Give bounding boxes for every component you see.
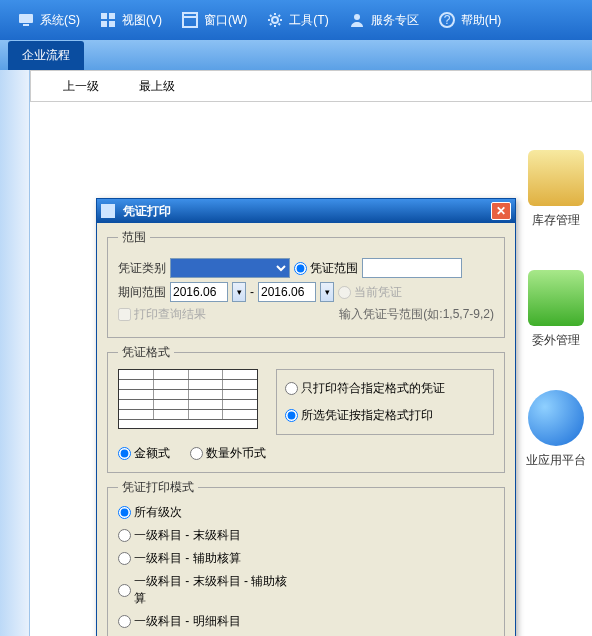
radio-range[interactable]: 凭证范围: [294, 260, 358, 277]
radio-qtyfc[interactable]: 数量外币式: [190, 445, 266, 462]
menu-tools[interactable]: 工具(T): [257, 8, 338, 33]
person-icon: [349, 12, 365, 28]
tab-workflow[interactable]: 企业流程: [8, 41, 84, 70]
globe-icon: [528, 390, 584, 446]
group-scope-legend: 范围: [118, 229, 150, 246]
mode-l1-aux-label: 一级科目 - 辅助核算: [134, 550, 241, 567]
menu-service[interactable]: 服务专区: [339, 8, 429, 33]
label-type: 凭证类别: [118, 260, 166, 277]
breadcrumb: 上一级 最上级: [30, 70, 592, 102]
mode-l1-last-label: 一级科目 - 末级科目: [134, 527, 241, 544]
format-options: 只打印符合指定格式的凭证 所选凭证按指定格式打印: [276, 369, 494, 435]
window-icon: [182, 12, 198, 28]
monitor-icon: [18, 12, 34, 28]
menu-window[interactable]: 窗口(W): [172, 8, 257, 33]
grid-icon: [100, 12, 116, 28]
label-period: 期间范围: [118, 284, 166, 301]
svg-rect-6: [183, 13, 197, 27]
menu-system[interactable]: 系统(S): [8, 8, 90, 33]
icon-inventory[interactable]: 库存管理: [524, 150, 588, 230]
radio-current: 当前凭证: [338, 284, 402, 301]
dialog-titlebar[interactable]: 凭证打印 ✕: [97, 199, 515, 223]
svg-rect-2: [101, 13, 107, 19]
radio-amount[interactable]: 金额式: [118, 445, 170, 462]
mode-all-label: 所有级次: [134, 504, 182, 521]
chevron-down-icon[interactable]: ▾: [320, 282, 334, 302]
radio-only-matching[interactable]: 只打印符合指定格式的凭证: [285, 380, 485, 397]
input-period-to[interactable]: [258, 282, 316, 302]
input-range[interactable]: [362, 258, 462, 278]
combo-type[interactable]: [170, 258, 290, 278]
menu-tools-label: 工具(T): [289, 12, 328, 29]
check-query-result: 打印查询结果: [118, 306, 206, 323]
close-icon: ✕: [496, 204, 506, 218]
mode-l1-last[interactable]: 一级科目 - 末级科目: [118, 527, 298, 544]
radio-qtyfc-label: 数量外币式: [206, 445, 266, 462]
group-mode: 凭证打印模式 所有级次 一级科目 - 末级科目 一级科目 - 辅助核算 一级科目…: [107, 479, 505, 636]
format-preview: [118, 369, 266, 429]
dialog-voucher-print: 凭证打印 ✕ 范围 凭证类别 凭证范围 期间范围 ▾ - ▾ 当前: [96, 198, 516, 636]
menu-help-label: 帮助(H): [461, 12, 502, 29]
radio-only-label: 只打印符合指定格式的凭证: [301, 380, 445, 397]
svg-rect-5: [109, 21, 115, 27]
radio-amount-label: 金额式: [134, 445, 170, 462]
gear-icon: [267, 12, 283, 28]
workspace: 上一级 最上级 库存管理 委外管理 业应用平台: [0, 70, 592, 636]
app-icon: [101, 204, 115, 218]
tabbar: 企业流程: [0, 40, 592, 70]
menu-help[interactable]: ? 帮助(H): [429, 8, 512, 33]
svg-rect-0: [19, 14, 33, 23]
menu-service-label: 服务专区: [371, 12, 419, 29]
menu-system-label: 系统(S): [40, 12, 80, 29]
group-mode-legend: 凭证打印模式: [118, 479, 198, 496]
dash: -: [250, 285, 254, 299]
help-icon: ?: [439, 12, 455, 28]
group-format-legend: 凭证格式: [118, 344, 174, 361]
radio-range-label: 凭证范围: [310, 260, 358, 277]
arrow-right-icon: [528, 270, 584, 326]
house-icon: [528, 150, 584, 206]
hint-range: 输入凭证号范围(如:1,5,7-9,2): [339, 306, 494, 323]
menu-view[interactable]: 视图(V): [90, 8, 172, 33]
input-period-from[interactable]: [170, 282, 228, 302]
mode-l1-detail-label: 一级科目 - 明细科目: [134, 613, 241, 630]
svg-rect-3: [109, 13, 115, 19]
icon-platform[interactable]: 业应用平台: [524, 390, 588, 470]
group-format: 凭证格式 只打印符合指定格式的凭证 所选凭证按指定格式打印: [107, 344, 505, 473]
group-scope: 范围 凭证类别 凭证范围 期间范围 ▾ - ▾ 当前凭证 打印查询结果 输入凭证…: [107, 229, 505, 338]
mode-l1-detail[interactable]: 一级科目 - 明细科目: [118, 613, 298, 630]
crumb-top[interactable]: 最上级: [119, 74, 195, 99]
chevron-down-icon[interactable]: ▾: [232, 282, 246, 302]
menu-view-label: 视图(V): [122, 12, 162, 29]
crumb-up[interactable]: 上一级: [43, 74, 119, 99]
svg-rect-1: [23, 24, 29, 26]
icon-platform-label: 业应用平台: [526, 452, 586, 469]
svg-rect-4: [101, 21, 107, 27]
radio-by-format[interactable]: 所选凭证按指定格式打印: [285, 407, 485, 424]
mode-l1-last-aux[interactable]: 一级科目 - 末级科目 - 辅助核算: [118, 573, 298, 607]
mode-l1-last-aux-label: 一级科目 - 末级科目 - 辅助核算: [134, 573, 298, 607]
icon-outsource[interactable]: 委外管理: [524, 270, 588, 350]
menubar: 系统(S) 视图(V) 窗口(W) 工具(T) 服务专区 ? 帮助(H): [0, 0, 592, 40]
radio-by-label: 所选凭证按指定格式打印: [301, 407, 433, 424]
icon-outsource-label: 委外管理: [532, 332, 580, 349]
svg-text:?: ?: [443, 13, 450, 27]
dialog-title: 凭证打印: [119, 203, 491, 220]
left-pane: [0, 70, 30, 636]
svg-point-9: [354, 14, 360, 20]
grid-icon: [118, 369, 258, 429]
check-query-label: 打印查询结果: [134, 306, 206, 323]
mode-l1-aux[interactable]: 一级科目 - 辅助核算: [118, 550, 298, 567]
close-button[interactable]: ✕: [491, 202, 511, 220]
menu-window-label: 窗口(W): [204, 12, 247, 29]
svg-point-8: [272, 17, 278, 23]
icon-inventory-label: 库存管理: [532, 212, 580, 229]
desktop-icons: 库存管理 委外管理 业应用平台: [524, 150, 588, 510]
mode-all[interactable]: 所有级次: [118, 504, 298, 521]
radio-current-label: 当前凭证: [354, 284, 402, 301]
